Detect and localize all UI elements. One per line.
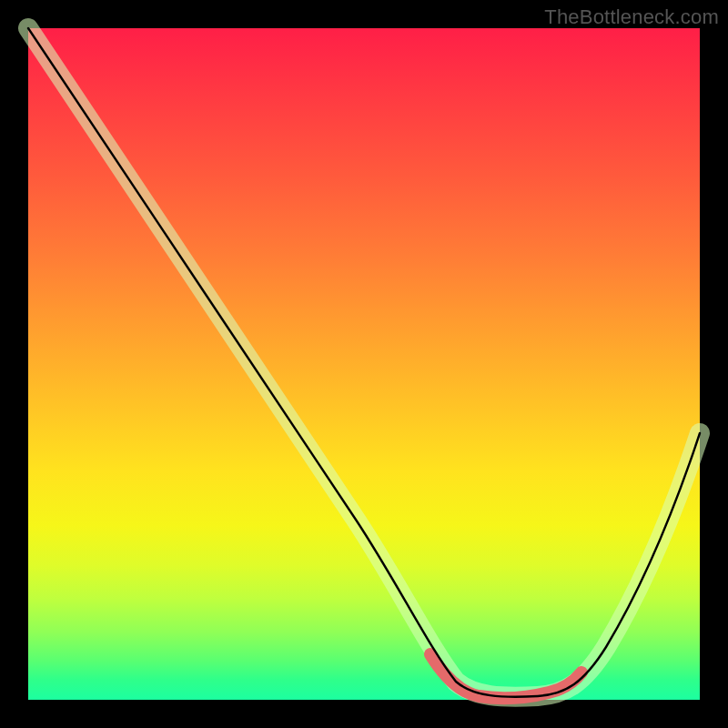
- curve-main: [28, 28, 700, 697]
- watermark-text: TheBottleneck.com: [544, 5, 719, 29]
- plot-area: [28, 28, 700, 700]
- curve-svg: [28, 28, 700, 700]
- curve-glow: [28, 28, 700, 697]
- chart-frame: TheBottleneck.com: [0, 0, 728, 728]
